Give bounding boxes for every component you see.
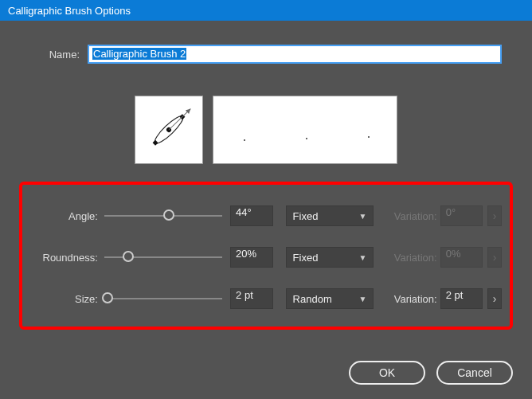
size-variation-stepper[interactable]: › bbox=[487, 288, 502, 309]
brush-shape-preview[interactable] bbox=[135, 96, 203, 164]
roundness-label: Roundness: bbox=[25, 252, 98, 264]
roundness-variation-stepper: › bbox=[487, 247, 502, 268]
roundness-value-input[interactable]: 20% bbox=[230, 247, 273, 268]
angle-row: Angle: 44° Fixed ▼ Variation: 0° › bbox=[25, 204, 502, 228]
roundness-slider[interactable] bbox=[104, 249, 222, 265]
angle-variation-stepper: › bbox=[487, 205, 502, 226]
angle-label: Angle: bbox=[25, 210, 98, 222]
roundness-variation-label: Variation: bbox=[385, 252, 436, 264]
dialog-title: Calligraphic Brush Options bbox=[8, 5, 131, 17]
angle-variation-input: 0° bbox=[440, 205, 483, 226]
roundness-slider-thumb[interactable] bbox=[123, 251, 134, 262]
svg-rect-2 bbox=[153, 140, 158, 146]
chevron-down-icon: ▼ bbox=[359, 253, 367, 262]
size-value-input[interactable]: 2 pt bbox=[230, 288, 273, 309]
size-slider[interactable] bbox=[104, 291, 222, 307]
highlight-annotation: Angle: 44° Fixed ▼ Variation: 0° › Round… bbox=[19, 182, 513, 330]
roundness-mode-dropdown[interactable]: Fixed ▼ bbox=[286, 247, 374, 268]
preview-row bbox=[16, 96, 516, 164]
brush-stroke-preview bbox=[213, 96, 397, 164]
angle-slider[interactable] bbox=[104, 208, 222, 224]
size-variation-label: Variation: bbox=[385, 293, 436, 305]
angle-mode-dropdown[interactable]: Fixed ▼ bbox=[286, 205, 374, 226]
angle-value-input[interactable]: 44° bbox=[230, 205, 273, 226]
name-row: Name: Calligraphic Brush 2 bbox=[32, 45, 502, 64]
size-mode-dropdown[interactable]: Random ▼ bbox=[286, 288, 374, 309]
roundness-row: Roundness: 20% Fixed ▼ Variation: 0% › bbox=[25, 245, 502, 269]
size-row: Size: 2 pt Random ▼ Variation: 2 pt › bbox=[25, 287, 502, 311]
size-variation-input[interactable]: 2 pt bbox=[440, 288, 483, 309]
name-label: Name: bbox=[32, 49, 80, 61]
titlebar: Calligraphic Brush Options bbox=[0, 0, 532, 21]
size-slider-thumb[interactable] bbox=[102, 292, 113, 303]
name-input[interactable]: Calligraphic Brush 2 bbox=[88, 45, 502, 64]
brush-ellipse-icon bbox=[139, 100, 199, 160]
angle-variation-label: Variation: bbox=[385, 210, 436, 222]
ok-button[interactable]: OK bbox=[349, 361, 425, 385]
roundness-variation-input: 0% bbox=[440, 247, 483, 268]
dialog-body: Name: Calligraphic Brush 2 bbox=[0, 21, 532, 399]
chevron-down-icon: ▼ bbox=[359, 212, 367, 221]
angle-slider-thumb[interactable] bbox=[163, 209, 174, 221]
button-row: OK Cancel bbox=[349, 361, 513, 385]
name-input-selection: Calligraphic Brush 2 bbox=[92, 48, 186, 60]
size-label: Size: bbox=[25, 293, 98, 305]
cancel-button[interactable]: Cancel bbox=[436, 361, 513, 385]
chevron-down-icon: ▼ bbox=[359, 295, 367, 303]
